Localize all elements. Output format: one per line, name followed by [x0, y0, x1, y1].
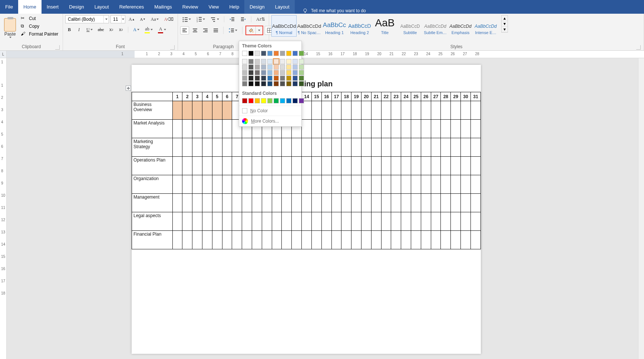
- theme-shade-swatch[interactable]: [274, 64, 279, 70]
- cell[interactable]: [381, 157, 391, 175]
- theme-shade-swatch[interactable]: [248, 81, 254, 86]
- cell[interactable]: [391, 194, 401, 212]
- cell[interactable]: [252, 138, 262, 157]
- cell[interactable]: [401, 175, 411, 194]
- theme-shade-swatch[interactable]: [242, 81, 247, 86]
- sort-button[interactable]: AZ: [254, 15, 267, 23]
- font-name-combo[interactable]: [65, 15, 109, 23]
- cell[interactable]: [321, 138, 331, 157]
- subscript-button[interactable]: x2: [107, 26, 115, 34]
- cell[interactable]: [302, 101, 312, 120]
- cell[interactable]: [411, 120, 421, 138]
- cell[interactable]: [202, 157, 212, 175]
- cell[interactable]: [232, 138, 242, 157]
- cell[interactable]: [401, 120, 411, 138]
- vertical-scrollbar[interactable]: [638, 58, 644, 359]
- theme-swatch[interactable]: [267, 51, 273, 56]
- cell[interactable]: [431, 157, 441, 175]
- cell[interactable]: [321, 175, 331, 194]
- cell[interactable]: [182, 138, 192, 157]
- cell[interactable]: [262, 194, 272, 212]
- cell[interactable]: [341, 231, 351, 249]
- theme-shade-swatch[interactable]: [286, 64, 291, 70]
- cell[interactable]: [212, 157, 222, 175]
- table-row[interactable]: Marketing Strategy: [132, 138, 481, 157]
- cell[interactable]: [441, 101, 451, 120]
- table-row[interactable]: Management: [132, 194, 481, 212]
- tell-me[interactable]: Tell me what you want to do: [298, 8, 370, 14]
- cell[interactable]: [222, 175, 232, 194]
- style-heading-2[interactable]: AaBbCcDHeading 2: [347, 15, 372, 37]
- cell[interactable]: [441, 175, 451, 194]
- theme-shade-swatch[interactable]: [286, 59, 291, 64]
- tab-help[interactable]: Help: [224, 0, 244, 14]
- decrease-indent-button[interactable]: [227, 15, 237, 23]
- cell[interactable]: [341, 157, 351, 175]
- cell[interactable]: [292, 175, 302, 194]
- cell[interactable]: [351, 138, 361, 157]
- theme-shade-swatch[interactable]: [248, 64, 254, 70]
- cell[interactable]: [421, 231, 431, 249]
- tab-references[interactable]: References: [114, 0, 149, 14]
- standard-swatch[interactable]: [293, 98, 298, 103]
- align-center-button[interactable]: [191, 26, 199, 34]
- vertical-ruler[interactable]: 1123456789101112131415161718: [0, 58, 7, 359]
- cell[interactable]: [421, 194, 431, 212]
- cell[interactable]: [311, 212, 321, 231]
- theme-shade-swatch[interactable]: [255, 59, 260, 64]
- standard-swatch[interactable]: [267, 98, 273, 103]
- cell[interactable]: [212, 231, 222, 249]
- cell[interactable]: [401, 231, 411, 249]
- line-spacing-button[interactable]: [227, 26, 239, 34]
- cell[interactable]: [242, 231, 252, 249]
- cell[interactable]: [202, 175, 212, 194]
- cell[interactable]: [371, 157, 381, 175]
- cell[interactable]: [401, 157, 411, 175]
- cell[interactable]: [232, 175, 242, 194]
- cell[interactable]: [192, 120, 202, 138]
- table-row[interactable]: Financial Plan: [132, 231, 481, 249]
- cell[interactable]: [401, 101, 411, 120]
- styles-gallery[interactable]: AaBbCcDd¶ NormalAaBbCcDd¶ No Spac…AaBbCc…: [271, 15, 498, 37]
- cell[interactable]: [381, 212, 391, 231]
- theme-swatch[interactable]: [248, 51, 254, 56]
- cell[interactable]: [182, 194, 192, 212]
- theme-shade-swatch[interactable]: [299, 76, 304, 81]
- increase-indent-button[interactable]: [238, 15, 248, 23]
- cell[interactable]: [282, 231, 292, 249]
- cell[interactable]: [262, 157, 272, 175]
- cell[interactable]: [431, 194, 441, 212]
- theme-shade-swatch[interactable]: [280, 76, 285, 81]
- theme-shade-swatch[interactable]: [267, 59, 273, 64]
- cell[interactable]: [311, 194, 321, 212]
- theme-swatch[interactable]: [242, 51, 247, 56]
- style-subtle-em-[interactable]: AaBbCcDdSubtle Em…: [423, 15, 448, 37]
- cell[interactable]: [192, 175, 202, 194]
- cell[interactable]: [411, 175, 421, 194]
- cell[interactable]: [242, 194, 252, 212]
- cell[interactable]: [331, 231, 341, 249]
- cell[interactable]: [192, 101, 202, 120]
- cell[interactable]: [182, 231, 192, 249]
- cell[interactable]: [331, 212, 341, 231]
- table-row[interactable]: Legal aspects: [132, 212, 481, 231]
- cell[interactable]: [391, 212, 401, 231]
- standard-swatch[interactable]: [242, 98, 247, 103]
- cell[interactable]: [252, 175, 262, 194]
- cell[interactable]: [461, 175, 471, 194]
- shading-button[interactable]: [245, 26, 263, 35]
- cell[interactable]: [331, 194, 341, 212]
- cell[interactable]: [172, 120, 182, 138]
- cell[interactable]: [212, 120, 222, 138]
- cell[interactable]: [351, 194, 361, 212]
- cell[interactable]: [172, 212, 182, 231]
- cell[interactable]: [341, 120, 351, 138]
- cell[interactable]: [222, 231, 232, 249]
- cell[interactable]: [222, 120, 232, 138]
- cell[interactable]: [192, 231, 202, 249]
- style--no-spac-[interactable]: AaBbCcDd¶ No Spac…: [297, 15, 322, 37]
- cell[interactable]: [341, 175, 351, 194]
- style-heading-1[interactable]: AaBbCcHeading 1: [322, 15, 347, 37]
- cell[interactable]: [451, 138, 461, 157]
- cell[interactable]: [451, 101, 461, 120]
